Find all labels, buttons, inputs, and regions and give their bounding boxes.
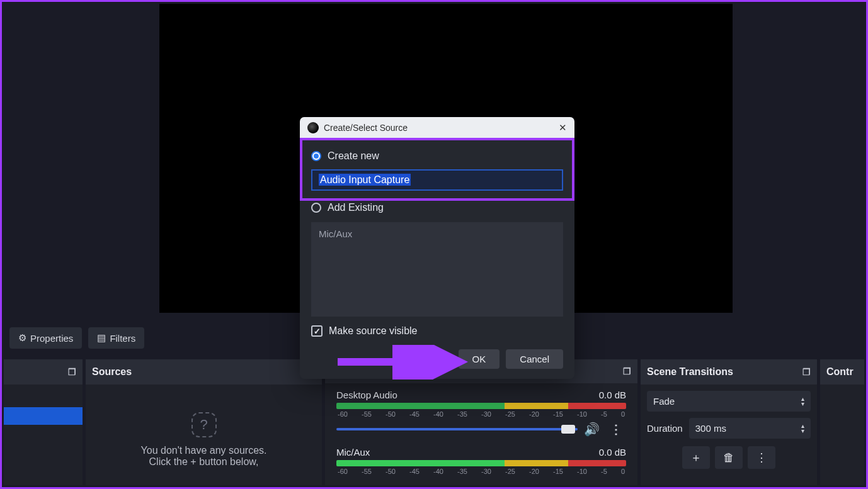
filters-icon: ▤ (97, 332, 106, 344)
speaker-icon[interactable]: 🔊 (584, 422, 600, 437)
trash-icon: 🗑 (723, 451, 734, 464)
sources-header: Sources ❐ (86, 359, 322, 385)
micaux-label: Mic/Aux (336, 447, 370, 458)
plus-icon: ＋ (690, 450, 702, 465)
db-ticks: -60-55-50-45-40-35-30-25-20-15-10-50 (336, 468, 626, 475)
cancel-button[interactable]: Cancel (506, 349, 563, 369)
transitions-header: Scene Transitions ❐ (641, 359, 817, 385)
preview-toolbar: ⚙ Properties ▤ Filters (9, 327, 144, 349)
source-name-input[interactable]: Audio Input Capture (311, 169, 563, 191)
sources-title: Sources (92, 366, 132, 378)
close-icon[interactable]: ✕ (559, 122, 567, 133)
add-existing-radio[interactable]: Add Existing (300, 201, 574, 220)
create-new-radio[interactable]: Create new (311, 150, 563, 162)
add-existing-label: Add Existing (328, 202, 384, 213)
obs-icon (307, 122, 319, 133)
popout-icon[interactable]: ❐ (802, 367, 811, 377)
checkbox-checked-icon (311, 325, 323, 337)
question-icon: ? (191, 412, 217, 437)
transitions-title: Scene Transitions (647, 366, 733, 378)
transition-menu-button[interactable]: ⋮ (748, 446, 775, 469)
db-ticks: -60-55-50-45-40-35-30-25-20-15-10-50 (336, 410, 626, 418)
scene-selected[interactable] (4, 407, 83, 425)
desktop-meter (336, 403, 626, 409)
desktop-volume-slider[interactable] (336, 428, 578, 430)
sources-empty-line2: Click the + button below, (141, 456, 267, 468)
updown-icon: ▴▾ (801, 424, 804, 434)
list-item[interactable]: Mic/Aux (319, 228, 556, 239)
properties-label: Properties (30, 333, 73, 344)
transition-value: Fade (653, 396, 675, 407)
remove-transition-button[interactable]: 🗑 (715, 446, 743, 469)
filters-button[interactable]: ▤ Filters (88, 327, 144, 349)
sources-empty-state: ? You don't have any sources. Click the … (86, 385, 322, 485)
popout-icon[interactable]: ❐ (623, 366, 631, 376)
popout-icon[interactable]: ❐ (68, 367, 76, 377)
gear-icon: ⚙ (18, 332, 26, 344)
kebab-icon: ⋮ (756, 451, 767, 464)
controls-panel: Contr (820, 359, 864, 485)
source-name-value: Audio Input Capture (319, 174, 411, 186)
mixer-track-desktop: Desktop Audio 0.0 dB -60-55-50-45-40-35-… (336, 390, 626, 437)
desktop-audio-db: 0.0 dB (599, 390, 626, 400)
updown-icon: ▴▾ (801, 396, 804, 407)
annotation-highlight: Create new Audio Input Capture (300, 138, 574, 201)
scene-transitions-panel: Scene Transitions ❐ Fade ▴▾ Duration 300… (641, 359, 817, 485)
duration-value: 300 ms (695, 423, 726, 434)
properties-button[interactable]: ⚙ Properties (9, 327, 82, 349)
radio-checked-icon (311, 151, 321, 161)
scenes-header: ❐ (4, 359, 83, 385)
dialog-title: Create/Select Source (324, 123, 408, 133)
sources-panel: Sources ❐ ? You don't have any sources. … (86, 359, 322, 485)
make-visible-checkbox[interactable]: Make source visible (300, 317, 574, 342)
duration-input[interactable]: 300 ms ▴▾ (689, 418, 811, 439)
micaux-meter (336, 460, 626, 466)
controls-header: Contr (820, 359, 864, 385)
sources-empty-line1: You don't have any sources. (141, 445, 267, 456)
micaux-db: 0.0 dB (599, 447, 626, 458)
controls-title: Contr (826, 366, 854, 378)
existing-sources-list[interactable]: Mic/Aux (311, 222, 563, 317)
radio-unchecked-icon (311, 203, 321, 213)
create-new-label: Create new (328, 150, 379, 162)
make-visible-label: Make source visible (329, 325, 418, 337)
track-menu-button[interactable]: ⋮ (606, 422, 626, 437)
create-source-dialog: Create/Select Source ✕ Create new Audio … (300, 117, 574, 379)
ok-button[interactable]: OK (459, 349, 500, 369)
transition-select[interactable]: Fade ▴▾ (647, 391, 811, 412)
add-transition-button[interactable]: ＋ (682, 446, 710, 469)
mixer-track-micaux: Mic/Aux 0.0 dB -60-55-50-45-40-35-30-25-… (336, 447, 626, 475)
filters-label: Filters (110, 333, 135, 344)
duration-label: Duration (647, 423, 683, 434)
dialog-titlebar[interactable]: Create/Select Source ✕ (300, 117, 574, 138)
scenes-panel: ❐ (4, 359, 83, 485)
desktop-audio-label: Desktop Audio (336, 390, 397, 400)
